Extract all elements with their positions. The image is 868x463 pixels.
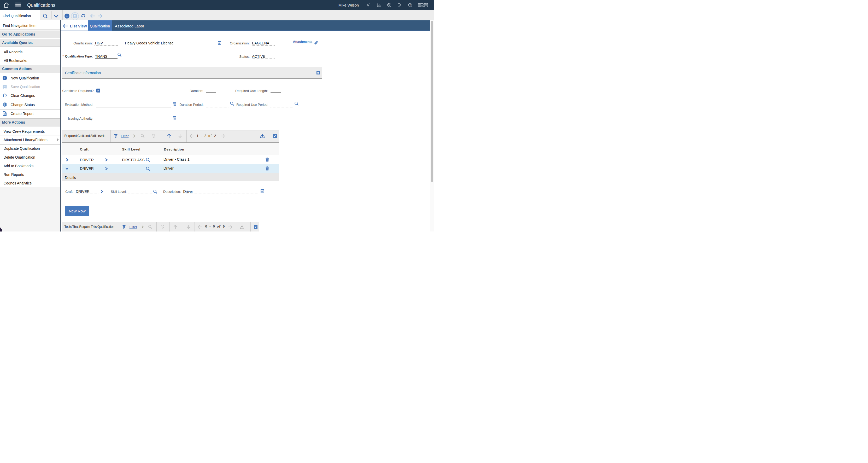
svg-text:?: ?	[409, 4, 411, 6]
